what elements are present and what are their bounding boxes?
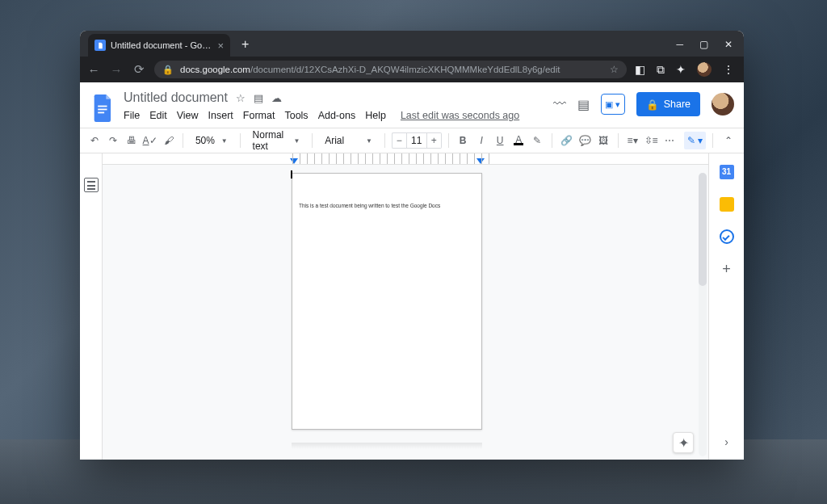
left-gutter	[80, 153, 103, 460]
document-title[interactable]: Untitled document	[124, 90, 228, 105]
insert-link-icon[interactable]: 🔗	[559, 132, 574, 149]
vertical-scrollbar[interactable]	[699, 173, 707, 456]
share-button[interactable]: 🔒 Share	[636, 92, 700, 116]
more-tools-icon[interactable]: ⋯	[662, 132, 678, 149]
lock-icon: 🔒	[646, 99, 659, 111]
cloud-status-icon[interactable]: ☁	[271, 92, 282, 104]
line-spacing-icon[interactable]: ⇳≡	[644, 132, 659, 149]
tasks-icon[interactable]	[720, 229, 734, 244]
present-button[interactable]: ▣ ▾	[601, 94, 625, 115]
spellcheck-icon[interactable]: A✓	[142, 132, 157, 149]
redo-icon[interactable]: ↷	[105, 132, 120, 149]
font-size-increase-button[interactable]: +	[427, 132, 442, 149]
insert-comment-icon[interactable]: 💬	[577, 132, 593, 149]
docs-logo-icon[interactable]	[90, 90, 117, 126]
browser-menu-icon[interactable]: ⋮	[723, 63, 734, 76]
browser-titlebar: Untitled document - Google Docs × + ─ ▢ …	[80, 31, 744, 57]
document-page[interactable]: This is a test document being written to…	[292, 173, 482, 430]
formatting-toolbar: ↶ ↷ 🖶 A✓ 🖌 50%▼ Normal text▼ Arial▼ − 11…	[80, 128, 744, 153]
lock-icon: 🔒	[162, 65, 174, 75]
ruler-indent-left-icon[interactable]	[290, 158, 298, 164]
paragraph-style-dropdown[interactable]: Normal text▼	[247, 132, 306, 149]
document-outline-icon[interactable]	[84, 178, 99, 192]
canvas[interactable]: This is a test document being written to…	[103, 153, 708, 460]
paint-format-icon[interactable]: 🖌	[161, 132, 176, 149]
move-icon[interactable]: ▤	[254, 92, 263, 104]
window-controls: ─ ▢ ✕	[676, 39, 744, 57]
last-edit-link[interactable]: Last edit was seconds ago	[401, 110, 519, 121]
horizontal-ruler[interactable]	[103, 153, 708, 165]
bold-icon[interactable]: B	[455, 132, 471, 149]
extension-icon[interactable]: ⧉	[657, 63, 665, 77]
activity-icon[interactable]: 〰	[553, 97, 566, 111]
highlight-color-icon[interactable]: ✎	[530, 132, 545, 149]
docs-header: Untitled document ☆ ▤ ☁ File Edit View I…	[80, 82, 744, 128]
profile-avatar-icon[interactable]	[697, 62, 712, 77]
font-size-input[interactable]: 11	[406, 132, 427, 149]
calendar-icon[interactable]: 31	[720, 165, 734, 179]
addons-plus-icon[interactable]: +	[720, 262, 734, 276]
window-close-button[interactable]: ✕	[724, 39, 733, 50]
document-body-text[interactable]: This is a test document being written to…	[299, 203, 440, 208]
font-family-dropdown[interactable]: Arial▼	[319, 132, 378, 149]
url-text: docs.google.com/document/d/12XCsAzhXi-D_…	[180, 65, 560, 74]
font-size-decrease-button[interactable]: −	[392, 132, 406, 149]
tab-close-icon[interactable]: ×	[217, 40, 224, 52]
menu-insert[interactable]: Insert	[208, 110, 233, 121]
svg-rect-0	[98, 106, 107, 107]
share-label: Share	[664, 99, 691, 110]
browser-tab[interactable]: Untitled document - Google Docs ×	[88, 34, 230, 57]
nav-back-icon[interactable]: ←	[86, 63, 101, 77]
explore-button[interactable]: ✦	[673, 432, 694, 453]
print-icon[interactable]: 🖶	[124, 132, 139, 149]
account-avatar-icon[interactable]	[712, 93, 734, 116]
nav-forward-icon[interactable]: →	[109, 63, 124, 77]
italic-icon[interactable]: I	[474, 132, 489, 149]
star-icon[interactable]: ☆	[236, 92, 246, 104]
extension-icon[interactable]: ◧	[635, 63, 645, 76]
collapse-toolbar-icon[interactable]: ⌃	[724, 135, 733, 146]
comments-icon[interactable]: ▤	[577, 97, 590, 112]
extensions-menu-icon[interactable]: ✦	[676, 63, 686, 76]
browser-urlbar: ← → ⟳ 🔒 docs.google.com/document/d/12XCs…	[80, 57, 744, 82]
side-panel: 31 + ›	[708, 153, 744, 460]
menu-edit[interactable]: Edit	[149, 110, 167, 121]
window-minimize-button[interactable]: ─	[676, 39, 683, 50]
docs-favicon-icon	[94, 40, 106, 51]
editing-mode-button[interactable]: ✎ ▾	[684, 132, 707, 149]
underline-icon[interactable]: U	[493, 132, 508, 149]
nav-reload-icon[interactable]: ⟳	[132, 62, 146, 77]
page-shadow	[292, 443, 482, 449]
menu-file[interactable]: File	[124, 110, 140, 121]
window-maximize-button[interactable]: ▢	[699, 39, 708, 50]
menu-format[interactable]: Format	[243, 110, 275, 121]
font-size-control: − 11 +	[392, 132, 442, 149]
sidepanel-collapse-icon[interactable]: ›	[724, 435, 728, 448]
insert-image-icon[interactable]: 🖼	[596, 132, 611, 149]
svg-rect-2	[98, 112, 104, 114]
menu-addons[interactable]: Add-ons	[318, 110, 356, 121]
bookmark-star-icon[interactable]: ☆	[610, 64, 619, 75]
zoom-dropdown[interactable]: 50%▼	[190, 132, 233, 149]
address-bar[interactable]: 🔒 docs.google.com/document/d/12XCsAzhXi-…	[154, 61, 627, 78]
browser-window: Untitled document - Google Docs × + ─ ▢ …	[80, 31, 744, 460]
menu-view[interactable]: View	[177, 110, 199, 121]
text-color-icon[interactable]: A	[511, 132, 527, 149]
keep-icon[interactable]	[720, 197, 734, 212]
svg-rect-1	[98, 109, 107, 111]
ruler-indent-right-icon[interactable]	[476, 158, 485, 164]
align-icon[interactable]: ≡▾	[625, 132, 640, 149]
extensions-tray: ◧ ⧉ ✦ ⋮	[635, 62, 737, 77]
menu-help[interactable]: Help	[365, 110, 386, 121]
new-tab-button[interactable]: +	[241, 37, 249, 52]
text-cursor	[291, 170, 292, 178]
editor-area: This is a test document being written to…	[80, 153, 744, 460]
menu-bar: File Edit View Insert Format Tools Add-o…	[124, 110, 553, 121]
tab-title: Untitled document - Google Docs	[111, 40, 212, 50]
menu-tools[interactable]: Tools	[284, 110, 308, 121]
undo-icon[interactable]: ↶	[86, 132, 102, 149]
